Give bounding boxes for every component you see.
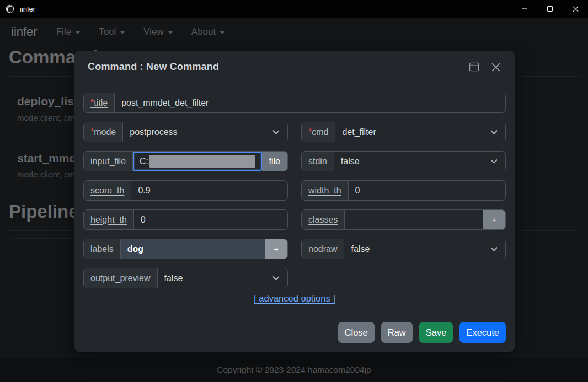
stdin-label: stdin [302, 152, 334, 171]
field-stdin: stdin false [301, 151, 506, 171]
modal-title: Command : New Command [88, 61, 219, 73]
output-preview-select[interactable]: false [158, 268, 287, 288]
field-classes: classes + [301, 209, 506, 230]
chevron-down-icon [272, 273, 280, 281]
file-browse-button[interactable]: file [262, 152, 287, 171]
nodraw-select[interactable]: false [344, 239, 505, 259]
output-preview-label: output_preview [84, 268, 158, 288]
new-command-modal: Command : New Command *title [74, 51, 515, 352]
field-nodraw: nodraw false [301, 239, 506, 259]
app-logo-icon [6, 4, 14, 13]
field-width-th: width_th [301, 180, 506, 201]
width-th-input[interactable] [349, 181, 505, 200]
field-height-th: height_th [83, 209, 288, 230]
cmd-select[interactable]: det_filter [335, 122, 505, 142]
cmd-label: *cmd [302, 122, 335, 142]
window-title: iinfer [20, 5, 35, 13]
labels-add-button[interactable]: + [265, 239, 287, 259]
stdin-select[interactable]: false [334, 152, 505, 171]
field-labels: labels + [83, 239, 288, 259]
chevron-down-icon [490, 157, 498, 164]
nodraw-label: nodraw [302, 239, 344, 259]
close-button[interactable]: Close [338, 322, 375, 343]
title-label: *title [84, 93, 115, 112]
labels-input[interactable] [121, 239, 265, 259]
field-title: *title [83, 93, 506, 113]
chevron-down-icon [272, 127, 280, 134]
execute-button[interactable]: Execute [459, 322, 506, 343]
window-titlebar: iinfer [0, 0, 588, 18]
app-page: iinfer File Tool View About Commands dep… [0, 18, 588, 382]
height-th-label: height_th [84, 210, 134, 229]
redaction-overlay [149, 155, 255, 168]
width-th-label: width_th [302, 181, 349, 200]
title-input[interactable] [115, 93, 505, 112]
field-score-th: score_th [83, 180, 288, 201]
score-th-label: score_th [84, 181, 131, 200]
maximize-button[interactable] [537, 0, 563, 18]
modal-header: Command : New Command [74, 51, 515, 83]
input-file-label: input_file [84, 152, 133, 171]
field-output-preview: output_preview false [83, 268, 288, 288]
chevron-down-icon [490, 127, 498, 134]
minimize-button[interactable] [512, 0, 537, 18]
classes-add-button[interactable]: + [483, 210, 505, 229]
mode-select[interactable]: postprocess [123, 122, 287, 142]
field-mode: *mode postprocess [83, 122, 288, 142]
modal-body: *title *mode postprocess *cmd det_filter [74, 83, 515, 313]
chevron-down-icon [490, 244, 498, 251]
height-th-input[interactable] [134, 210, 287, 229]
field-cmd: *cmd det_filter [301, 122, 506, 142]
field-input-file: input_file C: file [83, 151, 288, 171]
close-window-button[interactable] [563, 0, 588, 18]
classes-input[interactable] [345, 210, 483, 229]
window-popout-icon[interactable] [469, 62, 479, 72]
labels-label: labels [84, 239, 121, 259]
close-modal-icon[interactable] [490, 62, 501, 73]
modal-footer: Close Raw Save Execute [74, 313, 515, 352]
save-button[interactable]: Save [419, 322, 453, 343]
raw-button[interactable]: Raw [381, 322, 413, 343]
score-th-input[interactable] [131, 181, 287, 200]
input-file-input[interactable]: C: [133, 152, 262, 171]
mode-label: *mode [84, 122, 123, 142]
classes-label: classes [302, 210, 345, 229]
advanced-options-link[interactable]: [ advanced options ] [254, 293, 335, 303]
